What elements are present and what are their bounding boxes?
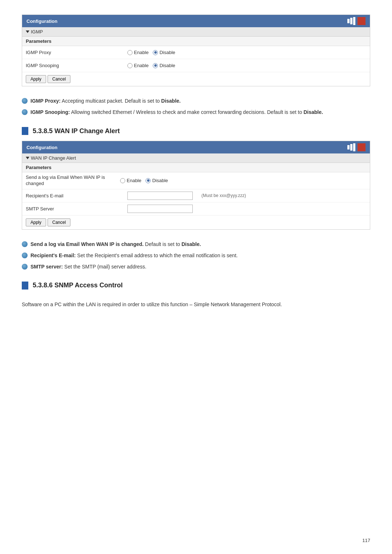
wan-smtp-input[interactable] [127, 205, 193, 213]
wan-smtp-row: SMTP Server [22, 202, 370, 216]
wan-config-header: Configuration [22, 141, 370, 153]
wan-send-log-enable-option[interactable]: Enable [120, 178, 141, 183]
bar-icon-1 [347, 19, 350, 23]
igmp-proxy-disable-radio[interactable] [153, 50, 158, 55]
wan-bar-icon-3 [353, 143, 355, 151]
bullet-icon-3 [22, 241, 28, 247]
igmp-snooping-enable-label: Enable [134, 63, 148, 68]
snmp-section-heading: 5.3.8.6 SNMP Access Control [22, 282, 370, 290]
bullet-icon-4 [22, 253, 28, 258]
snmp-body-text: Software on a PC within the LAN is requi… [22, 300, 370, 308]
wan-send-log-row: Send a log via Email When WAN IP is chan… [22, 172, 370, 189]
igmp-config-header: Configuration [22, 15, 370, 27]
igmp-apply-button[interactable]: Apply [26, 75, 46, 83]
wan-bar-icon-2 [350, 144, 352, 151]
wan-smtp-desc: SMTP server: Set the SMTP (mail) server … [22, 263, 370, 271]
igmp-snooping-disable-option[interactable]: Disable [153, 63, 175, 68]
igmp-snooping-desc: IGMP Snooping: Allowing switched Etherne… [22, 108, 370, 116]
wan-recipient-row: Recipient's E-mail (Must be xxx@yyy.zzz) [22, 189, 370, 202]
wan-params-header: Parameters [22, 163, 370, 172]
igmp-snooping-disable-label: Disable [159, 63, 175, 68]
wan-recipient-input[interactable] [127, 192, 193, 200]
wan-triangle-icon [26, 157, 29, 159]
wan-recipient-hint: (Must be xxx@yyy.zzz) [201, 193, 246, 198]
wan-smtp-label: SMTP Server [26, 206, 127, 212]
snmp-section-heading-text: 5.3.8.6 SNMP Access Control [33, 282, 123, 289]
wan-recipient-label: Recipient's E-mail [26, 193, 127, 198]
wan-section-label: WAN IP Change Alert [31, 155, 76, 161]
wan-recipient-desc: Recipient's E-mail: Set the Recipient's … [22, 252, 370, 259]
wan-config-title: Configuration [26, 145, 57, 150]
bar-icon-2 [350, 18, 352, 24]
wan-recipient-controls: (Must be xxx@yyy.zzz) [127, 192, 246, 200]
igmp-snooping-controls: Enable Disable [127, 63, 175, 68]
igmp-snooping-enable-radio[interactable] [127, 63, 132, 68]
bullet-icon [22, 98, 28, 104]
igmp-snooping-label: IGMP Snooping [26, 63, 127, 68]
igmp-proxy-enable-label: Enable [134, 50, 148, 55]
igmp-proxy-desc-text: IGMP Proxy: Accepting multicast packet. … [30, 97, 181, 105]
igmp-proxy-label: IGMP Proxy [26, 50, 127, 55]
igmp-section-title-row: IGMP [22, 27, 370, 37]
page-number: 117 [362, 538, 370, 543]
igmp-section-label: IGMP [31, 29, 43, 34]
igmp-proxy-disable-option[interactable]: Disable [153, 50, 175, 55]
wan-smtp-desc-text: SMTP server: Set the SMTP (mail) server … [30, 263, 146, 271]
red-square-icon [358, 17, 366, 25]
wan-send-log-disable-label: Disable [152, 178, 168, 183]
section-heading-bar [22, 127, 28, 135]
igmp-cancel-button[interactable]: Cancel [48, 75, 70, 83]
snmp-heading-bar [22, 282, 28, 290]
wan-apply-button[interactable]: Apply [26, 218, 46, 226]
triangle-icon [26, 30, 29, 33]
wan-send-log-desc-text: Send a log via Email When WAN IP is chan… [30, 241, 201, 248]
igmp-proxy-enable-radio[interactable] [127, 50, 132, 55]
igmp-snooping-desc-text: IGMP Snooping: Allowing switched Etherne… [30, 108, 323, 116]
igmp-proxy-enable-option[interactable]: Enable [127, 50, 148, 55]
wan-send-log-disable-option[interactable]: Disable [146, 178, 168, 183]
wan-cancel-button[interactable]: Cancel [48, 218, 70, 226]
wan-send-log-controls: Enable Disable [120, 178, 168, 183]
igmp-params-header: Parameters [22, 37, 370, 46]
wan-recipient-desc-text: Recipient's E-mail: Set the Recipient's … [30, 252, 238, 259]
wan-section-title-row: WAN IP Change Alert [22, 153, 370, 163]
wan-config-header-icon [347, 143, 366, 151]
igmp-proxy-desc: IGMP Proxy: Accepting multicast packet. … [22, 97, 370, 105]
wan-smtp-controls [127, 205, 193, 213]
igmp-config-title: Configuration [26, 19, 57, 24]
wan-section-heading: 5.3.8.5 WAN IP Change Alert [22, 127, 370, 135]
igmp-snooping-enable-option[interactable]: Enable [127, 63, 148, 68]
wan-send-log-enable-radio[interactable] [120, 178, 125, 183]
igmp-config-panel: Configuration IGMP Parameters IGMP Proxy… [22, 15, 370, 86]
wan-send-log-enable-label: Enable [127, 178, 141, 183]
igmp-proxy-controls: Enable Disable [127, 50, 175, 55]
igmp-proxy-disable-label: Disable [159, 50, 175, 55]
wan-config-panel: Configuration WAN IP Change Alert Parame… [22, 141, 370, 230]
bullet-icon-5 [22, 264, 28, 270]
igmp-snooping-disable-radio[interactable] [153, 63, 158, 68]
wan-red-square-icon [358, 143, 366, 151]
wan-send-log-disable-radio[interactable] [146, 178, 151, 183]
igmp-button-row: Apply Cancel [22, 72, 370, 86]
igmp-desc-block: IGMP Proxy: Accepting multicast packet. … [22, 97, 370, 116]
wan-section-heading-text: 5.3.8.5 WAN IP Change Alert [33, 127, 120, 135]
bullet-icon-2 [22, 109, 28, 115]
config-header-icon [347, 17, 366, 25]
wan-bar-icon-1 [347, 145, 350, 149]
igmp-snooping-row: IGMP Snooping Enable Disable [22, 59, 370, 72]
igmp-proxy-row: IGMP Proxy Enable Disable [22, 46, 370, 59]
wan-desc-block: Send a log via Email When WAN IP is chan… [22, 241, 370, 271]
wan-send-log-label: Send a log via Email When WAN IP is chan… [26, 175, 120, 187]
wan-button-row: Apply Cancel [22, 216, 370, 229]
wan-send-log-desc: Send a log via Email When WAN IP is chan… [22, 241, 370, 248]
bar-icon-3 [353, 17, 355, 25]
